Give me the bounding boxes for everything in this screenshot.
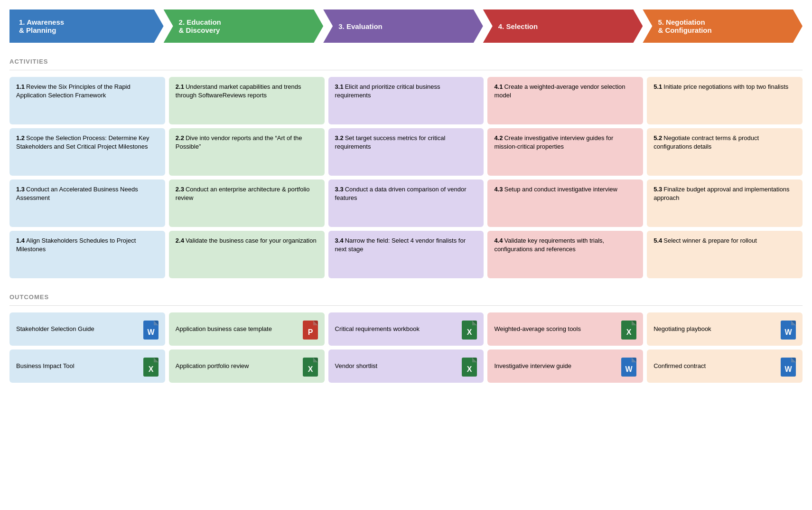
phase-arrow-2: 2. Education& Discovery [164, 9, 324, 43]
outcome-text: Vendor shortlist [335, 362, 458, 370]
svg-rect-14 [632, 321, 636, 325]
svg-text:X: X [626, 328, 632, 336]
excel-icon: X [143, 358, 159, 375]
svg-text:W: W [784, 328, 792, 336]
activity-cell-1.3: 1.3Conduct an Accelerated Business Needs… [9, 179, 165, 227]
svg-text:X: X [467, 365, 472, 373]
activity-cell-5.1: 5.1Initiate price negotiations with top … [647, 77, 803, 124]
activity-cell-2.2: 2.2Dive into vendor reports and the “Art… [169, 128, 325, 176]
outcome-text: Application portfolio review [176, 362, 299, 370]
activity-cell-4.4: 4.4Validate key requirements with trials… [487, 231, 643, 278]
svg-text:W: W [784, 365, 792, 373]
outcome-cell-5: Negotiating playbook W [647, 312, 803, 346]
activity-cell-4.3: 4.3Setup and conduct investigative inter… [487, 179, 643, 227]
outcomes-section-label: OUTCOMES [9, 290, 803, 306]
svg-rect-2 [154, 321, 159, 325]
outcome-cell-2: Application business case template P [169, 312, 325, 346]
outcome-text: Critical requirements workbook [335, 325, 458, 333]
phase-arrow-4: 4. Selection [483, 9, 643, 43]
outcome-text: Confirmed contract [653, 362, 777, 370]
svg-rect-10 [472, 321, 477, 325]
outcome-cell-1: Stakeholder Selection Guide W [9, 312, 165, 346]
outcome-cell-10: Confirmed contract W [647, 349, 803, 383]
activity-cell-1.4: 1.4Align Stakeholders Schedules to Proje… [9, 231, 165, 278]
svg-rect-18 [791, 321, 796, 325]
activity-cell-4.1: 4.1Create a weighted-average vendor sele… [487, 77, 643, 124]
svg-text:X: X [148, 365, 153, 373]
activity-cell-3.1: 3.1Elicit and prioritize critical busine… [328, 77, 484, 124]
phase-arrow-5: 5. Negotiation& Configuration [643, 9, 803, 43]
excel-icon: X [303, 358, 318, 375]
outcome-text: Application business case template [176, 325, 299, 333]
svg-text:P: P [308, 328, 313, 336]
svg-rect-26 [313, 358, 318, 362]
outcome-text: Stakeholder Selection Guide [16, 325, 140, 333]
activity-cell-5.3: 5.3Finalize budget approval and implemen… [647, 179, 803, 227]
svg-rect-6 [313, 321, 318, 325]
excel-icon: X [621, 321, 636, 338]
activity-cell-5.2: 5.2Negotiate contract terms & product co… [647, 128, 803, 176]
outcome-cell-6: Business Impact Tool X [9, 349, 165, 383]
word-icon: W [781, 358, 796, 375]
svg-text:W: W [147, 328, 155, 336]
activity-cell-2.3: 2.3Conduct an enterprise architecture & … [169, 179, 325, 227]
outcome-cell-4: Weighted-average scoring tools X [487, 312, 643, 346]
outcome-text: Investigative interview guide [494, 362, 617, 370]
outcomes-grid: Stakeholder Selection Guide W Applicatio… [9, 312, 803, 383]
outcome-text: Negotiating playbook [653, 325, 777, 333]
outcome-cell-3: Critical requirements workbook X [328, 312, 484, 346]
svg-text:X: X [467, 328, 472, 336]
word-icon: W [781, 321, 796, 338]
activity-cell-2.1: 2.1Understand market capabilities and tr… [169, 77, 325, 124]
activity-cell-2.4: 2.4Validate the business case for your o… [169, 231, 325, 278]
outcome-cell-7: Application portfolio review X [169, 349, 325, 383]
excel_outline-icon: X [462, 358, 477, 375]
svg-rect-22 [154, 358, 159, 362]
phase-arrow-3: 3. Evaluation [323, 9, 483, 43]
activity-cell-3.3: 3.3Conduct a data driven comparison of v… [328, 179, 484, 227]
excel-icon: X [462, 321, 477, 338]
activity-cell-1.1: 1.1Review the Six Principles of the Rapi… [9, 77, 165, 124]
svg-rect-30 [472, 358, 477, 362]
activities-grid: 1.1Review the Six Principles of the Rapi… [9, 77, 803, 278]
activity-cell-3.4: 3.4Narrow the field: Select 4 vendor fin… [328, 231, 484, 278]
svg-text:X: X [308, 365, 313, 373]
phase-header: 1. Awareness& Planning2. Education& Disc… [9, 9, 803, 43]
activity-cell-3.2: 3.2Set target success metrics for critic… [328, 128, 484, 176]
powerpoint-icon: P [303, 321, 318, 338]
svg-text:W: W [625, 365, 633, 373]
word-icon: W [621, 358, 636, 375]
svg-rect-34 [632, 358, 636, 362]
activity-cell-5.4: 5.4Select winner & prepare for rollout [647, 231, 803, 278]
activities-section-label: ACTIVITIES [9, 54, 803, 70]
activity-cell-4.2: 4.2Create investigative interview guides… [487, 128, 643, 176]
outcome-cell-9: Investigative interview guide W [487, 349, 643, 383]
activity-cell-1.2: 1.2Scope the Selection Process: Determin… [9, 128, 165, 176]
outcome-text: Business Impact Tool [16, 362, 140, 370]
outcome-cell-8: Vendor shortlist X [328, 349, 484, 383]
word-icon: W [143, 321, 159, 338]
svg-rect-38 [791, 358, 796, 362]
outcome-text: Weighted-average scoring tools [494, 325, 617, 333]
phase-arrow-1: 1. Awareness& Planning [9, 9, 164, 43]
